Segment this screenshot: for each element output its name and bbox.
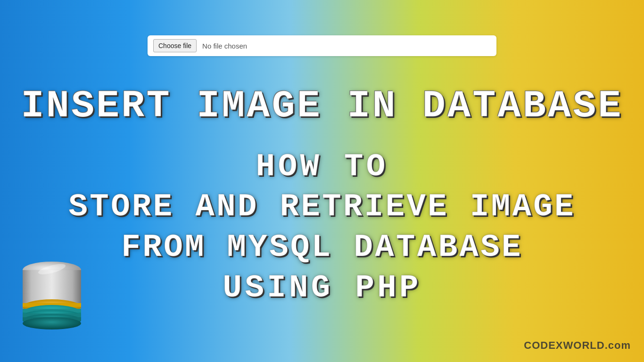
subtitle-store-retrieve: STORE AND RETRIEVE IMAGE bbox=[0, 189, 644, 225]
watermark-text: CODEXWORLD.com bbox=[524, 339, 631, 352]
main-title: Insert Image in Database bbox=[0, 87, 644, 126]
svg-point-11 bbox=[23, 317, 81, 329]
page-background: Choose file No file chosen Insert Image … bbox=[0, 0, 644, 362]
file-input-container: Choose file No file chosen bbox=[148, 35, 496, 56]
choose-file-button[interactable]: Choose file bbox=[153, 39, 197, 52]
no-file-label: No file chosen bbox=[202, 42, 247, 50]
subtitle-from-mysql: FROM MYSQL DATABASE bbox=[0, 229, 644, 265]
subtitle-how-to: HOW TO bbox=[0, 148, 644, 185]
subtitle-using-php: USING PHP bbox=[0, 270, 644, 306]
database-icon bbox=[14, 256, 90, 329]
